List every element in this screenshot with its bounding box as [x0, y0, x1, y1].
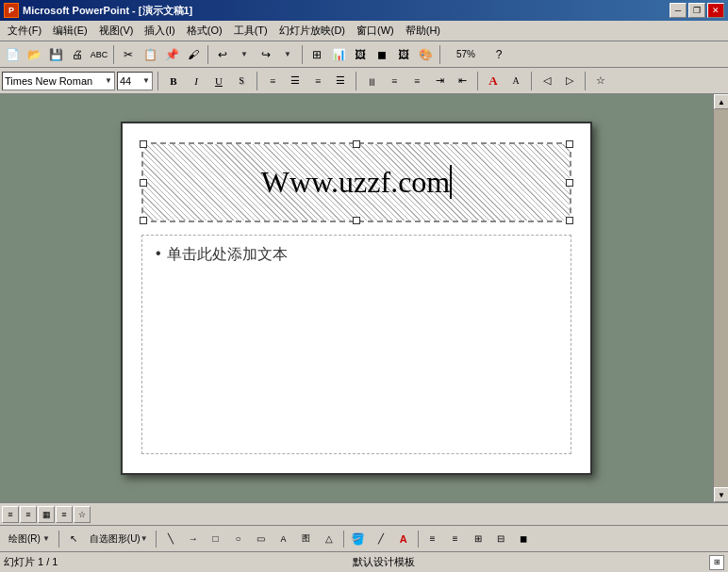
- insert-clip[interactable]: 🖼: [350, 44, 371, 65]
- menu-file[interactable]: 文件(F): [2, 22, 47, 40]
- 3d-style[interactable]: ◼: [513, 529, 534, 549]
- title-textbox[interactable]: Www.uzzf.com: [141, 142, 571, 222]
- zoom-box[interactable]: 57%: [444, 44, 488, 65]
- handle-top-right[interactable]: [566, 140, 573, 148]
- draw-sep3: [343, 531, 344, 547]
- scroll-down-button[interactable]: ▼: [714, 487, 728, 502]
- tab-outline[interactable]: ≡: [20, 506, 37, 523]
- restore-button[interactable]: ❐: [688, 3, 705, 18]
- undo-button[interactable]: ↩: [212, 44, 233, 65]
- font-size-selector[interactable]: 44 ▼: [117, 72, 153, 90]
- tab-normal[interactable]: ≡: [2, 506, 19, 523]
- draw-textbox[interactable]: ▭: [251, 529, 272, 549]
- draw-wordart[interactable]: A: [273, 529, 294, 549]
- content-text: 单击此处添加文本: [167, 245, 288, 265]
- menu-edit[interactable]: 编辑(E): [47, 22, 93, 40]
- copy-button[interactable]: 📋: [140, 44, 160, 65]
- cursor-tool[interactable]: ↖: [63, 529, 84, 549]
- decrease-indent[interactable]: ⇤: [452, 71, 472, 91]
- dash-style[interactable]: ≡: [445, 529, 466, 549]
- draw-arrow[interactable]: →: [183, 529, 204, 549]
- close-button[interactable]: ✕: [707, 3, 724, 18]
- handle-top-left[interactable]: [140, 140, 147, 148]
- font-color-button[interactable]: A: [483, 71, 504, 91]
- increase-indent[interactable]: ⇥: [429, 71, 450, 91]
- draw-clip[interactable]: 图: [296, 529, 317, 549]
- shadow-button[interactable]: S: [231, 71, 252, 91]
- format-painter[interactable]: 🖌: [183, 44, 204, 65]
- save-button[interactable]: 💾: [45, 44, 66, 65]
- menu-bar: 文件(F) 编辑(E) 视图(V) 插入(I) 格式(O) 工具(T) 幻灯片放…: [0, 21, 728, 41]
- scroll-track[interactable]: [714, 109, 728, 487]
- underline-button[interactable]: U: [208, 71, 229, 91]
- cut-button[interactable]: ✂: [118, 44, 139, 65]
- insert-shape[interactable]: ◼: [372, 44, 392, 65]
- redo-button[interactable]: ↪: [256, 44, 276, 65]
- draw-rect[interactable]: □: [206, 529, 226, 549]
- print-button[interactable]: 🖨: [67, 44, 88, 65]
- paste-button[interactable]: 📌: [161, 44, 182, 65]
- font-size-inc[interactable]: A: [505, 71, 526, 91]
- draw-dropdown-arrow: ▼: [42, 534, 50, 543]
- autoshape-label: 自选图形(U): [90, 532, 141, 546]
- fill-color[interactable]: 🎨: [415, 44, 436, 65]
- font-color-btn2[interactable]: A: [393, 529, 414, 549]
- menu-insert[interactable]: 插入(I): [139, 22, 180, 40]
- spell-button[interactable]: ABC: [89, 44, 109, 65]
- handle-bot-right[interactable]: [566, 217, 573, 224]
- line-color-btn[interactable]: ╱: [371, 529, 391, 549]
- arrow-style[interactable]: ⊞: [468, 529, 488, 549]
- menu-view[interactable]: 视图(V): [93, 22, 140, 40]
- animate2-button[interactable]: ▷: [559, 71, 580, 91]
- sep4: [439, 45, 440, 64]
- fill-color-btn[interactable]: 🪣: [348, 529, 369, 549]
- draw-shape2[interactable]: △: [319, 529, 339, 549]
- font-name: Times New Roman: [5, 75, 92, 87]
- menu-help[interactable]: 帮助(H): [400, 22, 446, 40]
- draw-sep2: [156, 531, 157, 547]
- font-selector[interactable]: Times New Roman ▼: [2, 72, 115, 90]
- insert-photo[interactable]: 🖼: [393, 44, 414, 65]
- columns-button[interactable]: ⫼: [361, 71, 382, 91]
- redo-dropdown[interactable]: ▼: [277, 44, 298, 65]
- italic-button[interactable]: I: [186, 71, 207, 91]
- numbering-button[interactable]: ≡: [406, 71, 427, 91]
- tab-slide[interactable]: ▦: [38, 506, 55, 523]
- tab-sorter[interactable]: ≡: [56, 506, 73, 523]
- handle-mid-left[interactable]: [140, 179, 147, 187]
- undo-dropdown[interactable]: ▼: [234, 44, 255, 65]
- draw-label-button[interactable]: 绘图(R) ▼: [4, 531, 55, 547]
- status-icon: ⊞: [709, 555, 724, 570]
- new-button[interactable]: 📄: [2, 44, 23, 65]
- draw-ellipse[interactable]: ○: [228, 529, 249, 549]
- handle-bot-left[interactable]: [140, 217, 147, 224]
- align-center-button[interactable]: ☰: [285, 71, 306, 91]
- handle-mid-right[interactable]: [566, 179, 573, 187]
- handle-bot-mid[interactable]: [353, 217, 360, 224]
- menu-tools[interactable]: 工具(T): [228, 22, 273, 40]
- tab-show[interactable]: ☆: [74, 506, 91, 523]
- align-right-button[interactable]: ≡: [307, 71, 328, 91]
- scroll-up-button[interactable]: ▲: [714, 94, 728, 109]
- bold-button[interactable]: B: [163, 71, 184, 91]
- animate-button[interactable]: ◁: [537, 71, 557, 91]
- line-style[interactable]: ≡: [422, 529, 443, 549]
- autoshape-button[interactable]: 自选图形(U) ▼: [86, 529, 152, 549]
- insert-table[interactable]: ⊞: [306, 44, 327, 65]
- shadow-style[interactable]: ⊟: [490, 529, 511, 549]
- draw-line[interactable]: ╲: [160, 529, 181, 549]
- slide-panel: Www.uzzf.com • 单击此处添加文本: [0, 94, 713, 502]
- help-button[interactable]: ?: [488, 44, 509, 65]
- menu-format[interactable]: 格式(O): [181, 22, 228, 40]
- handle-top-mid[interactable]: [353, 140, 360, 148]
- open-button[interactable]: 📂: [24, 44, 44, 65]
- favorite-button[interactable]: ☆: [590, 71, 611, 91]
- align-left-button[interactable]: ≡: [262, 71, 283, 91]
- menu-slideshow[interactable]: 幻灯片放映(D): [273, 22, 351, 40]
- menu-window[interactable]: 窗口(W): [351, 22, 400, 40]
- insert-chart[interactable]: 📊: [328, 44, 349, 65]
- bullet-button[interactable]: ≡: [384, 71, 405, 91]
- content-textbox[interactable]: • 单击此处添加文本: [141, 235, 571, 454]
- minimize-button[interactable]: ─: [670, 3, 687, 18]
- justify-button[interactable]: ☰: [330, 71, 351, 91]
